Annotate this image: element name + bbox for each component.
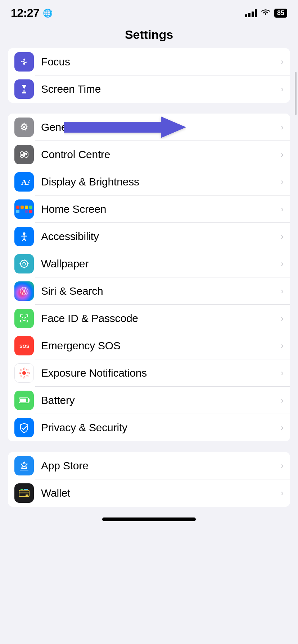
svg-rect-46	[28, 399, 30, 402]
svg-point-33	[25, 317, 26, 318]
emergency-sos-icon: SOS	[14, 336, 34, 355]
svg-line-20	[21, 266, 22, 267]
svg-point-3	[23, 126, 25, 128]
wallpaper-chevron: ›	[281, 259, 284, 269]
wifi-icon	[261, 8, 271, 18]
svg-marker-4	[64, 116, 186, 138]
globe-icon: 🌐	[43, 9, 53, 18]
svg-point-12	[23, 262, 26, 265]
siri-icon	[14, 281, 34, 301]
battery-chevron: ›	[281, 395, 284, 405]
privacy-label: Privacy & Security	[41, 422, 278, 434]
svg-point-32	[22, 317, 23, 318]
svg-point-41	[20, 369, 22, 371]
svg-rect-25	[20, 314, 21, 317]
screen-time-chevron: ›	[281, 84, 284, 94]
privacy-icon	[14, 418, 34, 437]
face-id-icon	[14, 309, 34, 328]
display-icon: AA	[14, 172, 34, 192]
sidebar-item-privacy[interactable]: Privacy & Security ›	[8, 414, 290, 441]
svg-rect-51	[21, 489, 23, 490]
svg-line-18	[27, 266, 27, 267]
focus-icon	[14, 52, 34, 72]
svg-point-39	[19, 372, 21, 374]
screen-time-icon	[14, 79, 34, 99]
svg-rect-2	[22, 92, 26, 93]
sidebar-item-siri-search[interactable]: Siri & Search ›	[8, 277, 290, 305]
home-screen-label: Home Screen	[41, 203, 278, 215]
face-id-chevron: ›	[281, 313, 284, 323]
siri-chevron: ›	[281, 286, 284, 296]
svg-rect-50	[26, 494, 28, 496]
home-screen-icon	[14, 199, 34, 219]
wallet-icon	[14, 483, 34, 503]
scrollbar[interactable]	[295, 72, 297, 115]
exposure-icon	[14, 363, 34, 383]
svg-point-44	[26, 369, 28, 371]
wallpaper-icon	[14, 254, 34, 273]
sidebar-item-face-id[interactable]: Face ID & Passcode ›	[8, 305, 290, 332]
svg-point-36	[22, 371, 26, 375]
wallet-chevron: ›	[281, 488, 284, 498]
exposure-label: Exposure Notifications	[41, 367, 278, 379]
accessibility-label: Accessibility	[41, 230, 278, 243]
svg-point-0	[23, 63, 25, 65]
siri-label: Siri & Search	[41, 285, 278, 297]
battery-icon	[14, 391, 34, 410]
battery-status: 85	[274, 9, 287, 18]
signal-icon	[245, 9, 257, 17]
sidebar-item-control-centre[interactable]: Control Centre ›	[8, 141, 290, 168]
general-chevron: ›	[281, 122, 284, 132]
svg-point-8	[25, 153, 27, 155]
emergency-sos-chevron: ›	[281, 341, 284, 351]
svg-point-43	[20, 375, 22, 377]
exposure-chevron: ›	[281, 368, 284, 378]
sidebar-item-home-screen[interactable]: Home Screen ›	[8, 196, 290, 223]
svg-rect-47	[20, 399, 26, 402]
sidebar-item-focus[interactable]: Focus ›	[8, 48, 290, 75]
sidebar-item-general[interactable]: General ›	[8, 114, 290, 141]
privacy-chevron: ›	[281, 423, 284, 433]
sidebar-item-accessibility[interactable]: Accessibility ›	[8, 223, 290, 250]
app-store-label: App Store	[41, 460, 278, 472]
display-chevron: ›	[281, 177, 284, 187]
control-centre-chevron: ›	[281, 150, 284, 160]
display-label: Display & Brightness	[41, 176, 278, 188]
focus-label: Focus	[41, 56, 278, 68]
wallet-label: Wallet	[41, 487, 278, 499]
svg-rect-31	[27, 320, 28, 322]
sidebar-item-emergency-sos[interactable]: SOS Emergency SOS ›	[8, 332, 290, 359]
svg-text:SOS: SOS	[19, 344, 30, 349]
svg-point-42	[26, 375, 28, 377]
svg-point-23	[23, 289, 25, 293]
app-store-chevron: ›	[281, 461, 284, 471]
sidebar-item-exposure[interactable]: Exposure Notifications ›	[8, 359, 290, 387]
svg-rect-27	[27, 314, 28, 317]
settings-group-2: General › Control Centre ›	[8, 114, 290, 441]
svg-text:AA: AA	[21, 178, 30, 187]
sidebar-item-wallet[interactable]: Wallet ›	[8, 479, 290, 507]
home-indicator	[102, 518, 196, 521]
svg-point-37	[23, 368, 25, 370]
sidebar-item-battery[interactable]: Battery ›	[8, 387, 290, 414]
app-store-icon	[14, 456, 34, 475]
sidebar-item-display-brightness[interactable]: AA Display & Brightness ›	[8, 168, 290, 196]
page-title: Settings	[0, 23, 298, 48]
sidebar-item-screen-time[interactable]: Screen Time ›	[8, 75, 290, 103]
sidebar-item-app-store[interactable]: App Store ›	[8, 452, 290, 479]
status-bar: 12:27 🌐 85	[0, 0, 298, 23]
svg-rect-49	[19, 492, 29, 493]
svg-rect-29	[20, 320, 21, 322]
accessibility-icon	[14, 227, 34, 246]
control-centre-icon	[14, 145, 34, 164]
status-time: 12:27	[11, 6, 39, 20]
emergency-sos-label: Emergency SOS	[41, 340, 278, 352]
general-icon	[14, 118, 34, 137]
sidebar-item-wallpaper[interactable]: Wallpaper ›	[8, 250, 290, 277]
svg-rect-1	[22, 85, 26, 86]
settings-group-1: Focus › Screen Time ›	[8, 48, 290, 103]
svg-line-19	[27, 261, 27, 261]
wallpaper-label: Wallpaper	[41, 258, 278, 270]
face-id-label: Face ID & Passcode	[41, 312, 278, 325]
annotation-arrow	[64, 115, 186, 140]
